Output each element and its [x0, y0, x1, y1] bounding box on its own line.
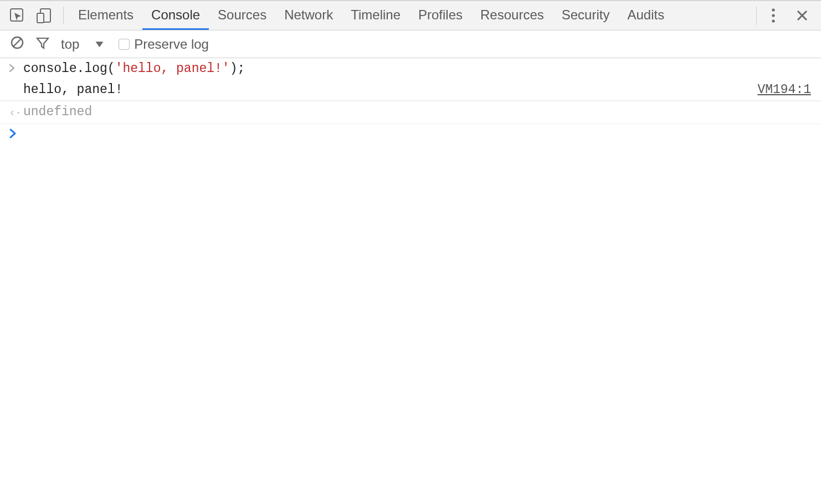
tab-profiles[interactable]: Profiles [409, 1, 471, 30]
tab-security[interactable]: Security [553, 1, 619, 30]
divider [63, 7, 64, 24]
console-return-value: undefined [23, 104, 815, 120]
clear-console-icon[interactable] [10, 35, 24, 53]
svg-point-5 [772, 19, 774, 22]
tab-resources[interactable]: Resources [471, 1, 553, 30]
console-input-code: console.log('hello, panel!'); [23, 60, 815, 77]
svg-line-9 [13, 39, 21, 47]
tab-timeline[interactable]: Timeline [342, 1, 409, 30]
device-toggle-icon[interactable] [35, 7, 52, 24]
tab-network[interactable]: Network [275, 1, 342, 30]
preserve-log-label: Preserve log [134, 37, 209, 52]
console-log-output: hello, panel! VM194:1 [0, 80, 821, 101]
console-toolbar: top ▼ Preserve log [0, 30, 821, 58]
console-input-echo: console.log('hello, panel!'); [0, 58, 821, 80]
console-body: console.log('hello, panel!'); hello, pan… [0, 58, 821, 146]
console-return-row: undefined [0, 101, 821, 124]
chevron-down-icon: ▼ [93, 39, 106, 50]
svg-point-4 [772, 14, 774, 17]
tab-audits[interactable]: Audits [618, 1, 673, 30]
preserve-log-checkbox[interactable] [119, 39, 130, 50]
preserve-log-toggle[interactable]: Preserve log [119, 37, 209, 52]
divider [756, 6, 757, 25]
filter-icon[interactable] [35, 35, 50, 53]
return-chevron-icon [9, 104, 23, 121]
svg-point-3 [772, 8, 774, 11]
kebab-menu-icon[interactable] [761, 3, 786, 28]
devtools-tabstrip: Elements Console Sources Network Timelin… [0, 0, 821, 30]
console-output-text: hello, panel! [23, 81, 757, 98]
close-icon[interactable] [790, 3, 814, 28]
svg-rect-2 [37, 13, 44, 23]
tabstrip-left-icons [0, 1, 55, 30]
prompt-chevron-icon [9, 127, 23, 142]
devtools-tabs: Elements Console Sources Network Timelin… [69, 1, 756, 30]
console-source-link[interactable]: VM194:1 [757, 81, 815, 98]
tab-sources[interactable]: Sources [209, 1, 275, 30]
input-chevron-icon [9, 60, 23, 78]
inspect-element-icon[interactable] [9, 7, 25, 24]
output-gutter [9, 81, 23, 83]
tab-console[interactable]: Console [142, 1, 209, 30]
console-prompt[interactable] [0, 124, 821, 146]
tab-elements[interactable]: Elements [69, 1, 142, 30]
execution-context-label: top [61, 37, 79, 52]
execution-context-select[interactable]: top ▼ [61, 37, 104, 52]
tabstrip-right [756, 1, 821, 30]
